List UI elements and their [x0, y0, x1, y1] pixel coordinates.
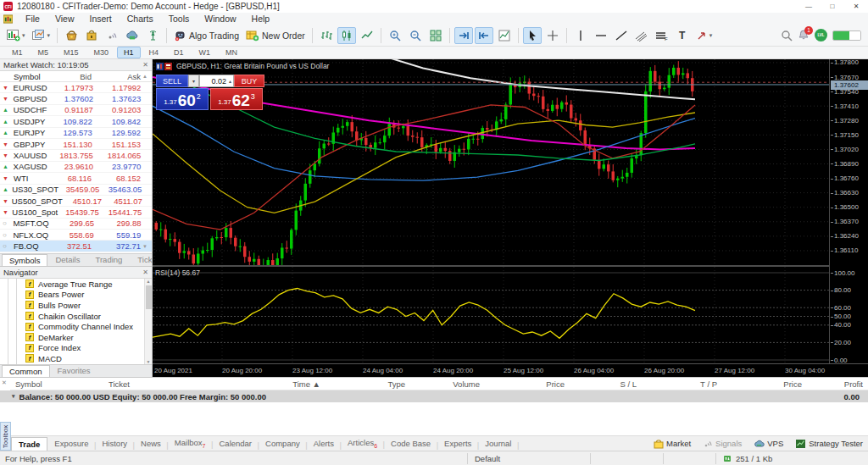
buy-price-display[interactable]: 1.37 62 3 — [210, 88, 263, 110]
market-watch-toggle-button[interactable] — [62, 27, 81, 44]
column-bid[interactable]: Bid — [44, 72, 92, 81]
trade-table-header[interactable]: SymbolTicketTime ▲TypeVolumePriceS / LT … — [10, 378, 868, 390]
navigator-item-demarker[interactable]: fDeMarker — [0, 332, 152, 343]
close-icon[interactable]: ✕ — [142, 61, 148, 69]
price-axis[interactable]: 1.378001.376701.375401.374101.372801.371… — [829, 59, 868, 377]
market-watch-row-nflx.oq[interactable]: ○NFLX.OQ558.69559.19 — [0, 230, 152, 241]
menu-insert[interactable]: Insert — [82, 14, 120, 24]
navigator-scrollbar[interactable]: ▲ ▼ — [144, 279, 152, 364]
antenna-button[interactable] — [143, 27, 162, 44]
vps-cloud-button[interactable] — [123, 27, 142, 44]
trendline-tool-button[interactable] — [612, 27, 631, 44]
timeframe-d1[interactable]: D1 — [167, 47, 191, 58]
new-order-button[interactable]: New Order — [243, 27, 308, 44]
menu-tools[interactable]: Tools — [161, 14, 198, 24]
close-icon[interactable]: ✕ — [2, 379, 7, 386]
market-watch-row-usdchf[interactable]: ▲USDCHF0.911870.91203 — [0, 105, 152, 116]
column-volume[interactable]: Volume — [410, 379, 485, 389]
signals-toolbar-button[interactable] — [103, 27, 121, 44]
timeframe-h1[interactable]: H1 — [117, 47, 141, 58]
close-icon[interactable]: ✕ — [142, 268, 148, 276]
collapse-icon[interactable]: ▾ — [12, 393, 15, 400]
toolbox-tab-trade[interactable]: Trade — [11, 437, 47, 451]
column-type[interactable]: Type — [326, 379, 410, 389]
search-icon[interactable] — [781, 30, 793, 42]
menu-file[interactable]: File — [18, 14, 47, 24]
zoom-out-button[interactable] — [406, 27, 425, 44]
candlestick-chart-type-button[interactable] — [337, 27, 356, 44]
menu-help[interactable]: Help — [244, 14, 278, 24]
market-watch-row-gbpusd[interactable]: ▼GBPUSD1.376021.37623 — [0, 93, 152, 104]
rsi-indicator-canvas[interactable] — [153, 267, 829, 363]
navigator-item-force-index[interactable]: fForce Index — [0, 343, 152, 354]
column-time[interactable]: Time ▲ — [231, 379, 326, 389]
toolbox-tab-history[interactable]: History| — [96, 437, 135, 450]
toolbox-tab-calendar[interactable]: Calendar| — [212, 437, 259, 450]
scroll-down-icon[interactable]: ▼ — [141, 244, 149, 249]
volume-input[interactable]: 0.02 ▴ — [199, 75, 234, 87]
tab-trading[interactable]: Trading — [87, 253, 130, 266]
column-profit[interactable]: Profit — [807, 379, 868, 389]
arrows-tool-button[interactable]: ▾ — [693, 27, 715, 44]
navigator-item-commodity-channel-index[interactable]: fCommodity Channel Index — [0, 321, 152, 332]
toolbox-side-tab[interactable]: Toolbox — [0, 422, 11, 451]
new-chart-button[interactable]: ▾ — [4, 27, 28, 44]
timeframe-w1[interactable]: W1 — [192, 47, 218, 58]
fibonacci-tool-button[interactable] — [632, 27, 651, 44]
algo-trading-button[interactable]: Algo Trading — [171, 27, 242, 44]
text-tool-button[interactable]: T — [673, 27, 692, 44]
navigator-item-chaikin-oscillator[interactable]: fChaikin Oscillator — [0, 311, 152, 322]
zoom-in-button[interactable] — [386, 27, 404, 44]
toolbox-tab-alerts[interactable]: Alerts| — [307, 437, 341, 450]
toolbox-tab-mailbox[interactable]: Mailbox7| — [168, 436, 213, 451]
tab-common[interactable]: Common — [2, 365, 50, 377]
cursor-tool-button[interactable] — [523, 27, 542, 44]
status-profile[interactable]: Default — [467, 453, 590, 464]
sell-price-display[interactable]: 1.37 60 2 — [156, 88, 209, 110]
toolbox-tab-company[interactable]: Company| — [259, 437, 307, 450]
column-ask[interactable]: Ask — [92, 72, 141, 81]
timeframe-mn[interactable]: MN — [219, 47, 244, 58]
notifications-bell-icon[interactable]: 1 — [798, 29, 810, 42]
column-symbol[interactable]: Symbol — [10, 379, 103, 389]
timeframe-m15[interactable]: M15 — [57, 47, 86, 58]
market-watch-column-header[interactable]: Symbol Bid Ask ▲ — [0, 71, 152, 82]
navigator-item-macd[interactable]: fMACD — [0, 353, 152, 364]
market-watch-row-fb.oq[interactable]: ○FB.OQ372.51372.71▼ — [0, 241, 152, 252]
close-button[interactable]: ✕ — [844, 0, 868, 13]
column-sl[interactable]: S / L — [570, 379, 642, 389]
market-watch-row-usdjpy[interactable]: ▲USDJPY109.822109.842 — [0, 116, 152, 127]
minimize-button[interactable]: — — [797, 0, 821, 13]
toolbox-tab-journal[interactable]: Journal| — [478, 437, 518, 450]
order-type-dropdown[interactable]: ▾ — [188, 75, 199, 87]
strategy-tester-button[interactable]: Strategy Tester — [795, 439, 863, 449]
market-watch-row-us30_spot[interactable]: ▲US30_SPOT35459.0535463.05 — [0, 185, 152, 196]
data-window-button[interactable] — [82, 27, 101, 44]
maximize-button[interactable]: □ — [821, 0, 844, 13]
scroll-up-icon[interactable]: ▲ — [141, 74, 149, 79]
toolbox-tab-code-base[interactable]: Code Base| — [384, 437, 437, 450]
vps-button[interactable]: VPS — [754, 439, 783, 449]
lvl-status-icon[interactable]: LVL — [815, 29, 827, 42]
timeframe-m1[interactable]: M1 — [5, 47, 30, 58]
buy-button[interactable]: BUY — [234, 75, 264, 87]
tab-favorites[interactable]: Favorites — [50, 364, 98, 377]
indicators-button[interactable] — [495, 27, 514, 44]
chart-profiles-button[interactable]: ▾ — [30, 27, 53, 44]
market-watch-header[interactable]: Market Watch: 10:19:05 ✕ — [0, 59, 152, 71]
balance-row[interactable]: ▾ Balance: 50 000.00 USD Equity: 50 000.… — [0, 390, 868, 402]
column-price[interactable]: Price — [722, 379, 807, 389]
time-axis[interactable]: 20 Aug 202120 Aug 20:0023 Aug 12:0024 Au… — [153, 363, 868, 377]
navigator-header[interactable]: Navigator ✕ — [0, 267, 152, 279]
spin-up-icon[interactable]: ▴ — [229, 78, 231, 84]
menu-view[interactable]: View — [47, 14, 82, 24]
crosshair-tool-button[interactable] — [543, 27, 562, 44]
timeframe-m5[interactable]: M5 — [31, 47, 56, 58]
market-watch-row-us500_spot[interactable]: ▼US500_SPOT4510.174511.07 — [0, 196, 152, 207]
line-chart-type-button[interactable] — [358, 27, 376, 44]
menu-window[interactable]: Window — [197, 14, 243, 24]
equidistant-channel-tool-button[interactable]: F — [653, 27, 671, 44]
signals-button[interactable]: Signals — [703, 439, 742, 449]
column-ticket[interactable]: Ticket — [103, 379, 231, 389]
navigator-item-bulls-power[interactable]: fBulls Power — [0, 300, 152, 311]
